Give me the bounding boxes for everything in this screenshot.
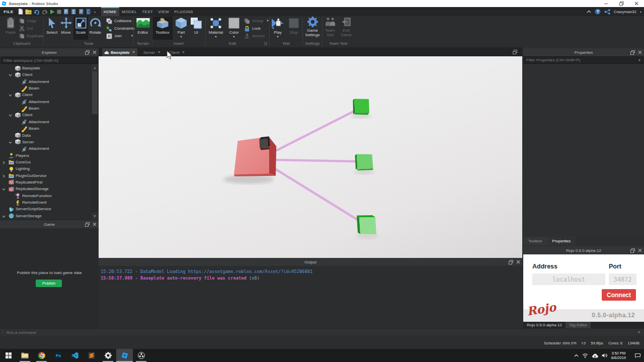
tree-item-coregui[interactable]: CoreGui xyxy=(0,159,91,166)
team-test-button[interactable]: Team Test xyxy=(323,17,338,37)
redo-icon[interactable] xyxy=(42,9,48,15)
onedrive-icon[interactable] xyxy=(592,353,598,358)
explorer-close-icon[interactable] xyxy=(93,50,97,54)
command-bar-grip[interactable]: ⁞ xyxy=(2,331,3,334)
close-button[interactable] xyxy=(629,0,644,7)
play-button[interactable]: Play ▼ xyxy=(270,17,285,38)
duplicate-button[interactable]: Duplicate xyxy=(19,33,43,39)
taskbar-vscode-icon[interactable] xyxy=(66,349,83,362)
tree-item-lighting[interactable]: Lighting xyxy=(0,166,91,172)
action-center-icon[interactable] xyxy=(634,353,641,358)
scroll-up-button[interactable]: ▲ xyxy=(92,64,98,71)
join-button[interactable]: Join ▼ xyxy=(106,33,134,39)
collapse-ribbon-chevron[interactable] xyxy=(587,10,591,13)
tab-toolbox[interactable]: Toolbox xyxy=(523,237,547,245)
play-quick-icon[interactable] xyxy=(50,9,55,15)
restore-view-icon[interactable] xyxy=(512,49,518,55)
explorer-scrollbar[interactable]: ▲ ▼ xyxy=(92,64,98,219)
tab-properties[interactable]: Properties xyxy=(547,237,576,245)
chevron-down-icon[interactable] xyxy=(9,94,12,97)
tree-item-replicatedfirst[interactable]: ReplicatedFirst xyxy=(0,179,91,186)
properties-filter-input[interactable]: Filter Properties (Ctrl+Shift+P) ▼ xyxy=(524,56,643,64)
taskbar-obs-icon[interactable] xyxy=(133,349,149,362)
ribbon-tab-test[interactable]: TEST xyxy=(139,7,155,16)
stop-button[interactable]: Stop xyxy=(286,17,301,35)
constraints-button[interactable]: Constraints xyxy=(106,25,134,32)
tree-item-remotefunction[interactable]: RemoteFunction xyxy=(0,193,91,200)
tree-item-attachment[interactable]: Attachment xyxy=(0,146,91,152)
rotate-tool-button[interactable]: Rotate xyxy=(88,17,103,35)
game-float-icon[interactable] xyxy=(85,222,90,227)
export-icon[interactable] xyxy=(86,9,92,15)
doc-tab-server[interactable]: Server ✕ xyxy=(141,48,163,56)
chevron-down-icon[interactable] xyxy=(2,188,6,191)
output-float-icon[interactable] xyxy=(509,260,513,264)
ribbon-tab-plugins[interactable]: PLUGINS xyxy=(172,7,196,16)
taskbar-clock[interactable]: 3:52 PM 8/6/2019 xyxy=(611,351,626,360)
output-log[interactable]: 15:20:53.722 - DataModel Loading https:/… xyxy=(101,268,312,282)
start-button[interactable] xyxy=(0,349,17,362)
part-button[interactable]: Part ▼ xyxy=(174,17,189,38)
minimize-button[interactable] xyxy=(599,0,614,7)
material-button[interactable]: Material ▼ xyxy=(206,17,225,38)
username-label[interactable]: Crazyman32 xyxy=(614,10,636,14)
doc-tab-server-close-icon[interactable]: ✕ xyxy=(157,50,160,54)
tree-item-server[interactable]: Server xyxy=(0,139,91,146)
tree-item-remoteevent[interactable]: RemoteEvent xyxy=(0,200,91,206)
rojo-close-icon[interactable] xyxy=(638,248,642,252)
copy-button[interactable]: Copy xyxy=(19,18,43,24)
chevron-down-icon[interactable] xyxy=(9,73,12,77)
green-part-1[interactable] xyxy=(353,99,370,115)
qat-overflow-caret[interactable]: ▾ xyxy=(94,10,96,14)
doc-tab-baseplate-close-icon[interactable]: ✕ xyxy=(132,50,135,54)
ribbon-tab-model[interactable]: MODEL xyxy=(119,7,139,16)
move-tool-button[interactable]: Move xyxy=(59,17,73,35)
taskbar-file-explorer-icon[interactable] xyxy=(17,349,33,362)
collisions-button[interactable]: Collisions xyxy=(106,18,134,24)
tree-item-client[interactable]: Client xyxy=(0,92,91,99)
tree-item-attachment[interactable]: Attachment xyxy=(0,79,91,85)
green-part-3[interactable] xyxy=(357,215,376,234)
tab-rojo[interactable]: Rojo 0.5.0-alpha.12 xyxy=(523,322,566,328)
doc-tab-client-close-icon[interactable]: ✕ xyxy=(182,50,185,54)
rojo-port-input[interactable]: 34872 xyxy=(609,274,636,285)
red-part[interactable] xyxy=(234,137,276,176)
doc-tab-baseplate[interactable]: Baseplate ✕ xyxy=(102,48,137,56)
tree-item-client[interactable]: Client xyxy=(0,72,91,78)
tray-expand-chevron[interactable] xyxy=(574,354,579,357)
game-close-icon[interactable] xyxy=(93,222,97,226)
script-doc-icon-1[interactable] xyxy=(63,9,69,15)
taskbar-chrome-icon[interactable] xyxy=(33,349,50,362)
open-file-icon[interactable] xyxy=(25,9,32,15)
command-bar-caret[interactable]: ▼ xyxy=(637,331,640,334)
script-user-icon[interactable] xyxy=(71,9,76,15)
new-file-icon[interactable] xyxy=(18,9,23,15)
chevron-down-icon[interactable] xyxy=(9,114,12,117)
taskbar-sublime-icon[interactable] xyxy=(83,349,100,362)
share-icon[interactable] xyxy=(604,9,610,15)
tree-item-beam[interactable]: Beam xyxy=(0,106,91,112)
taskbar-photoshop-icon[interactable]: Ps xyxy=(50,349,66,362)
tree-item-baseplate[interactable]: Baseplate xyxy=(0,65,91,72)
scale-tool-button[interactable]: Scale xyxy=(73,17,88,40)
ui-button[interactable]: UI xyxy=(189,17,203,35)
tree-item-attachment[interactable]: Attachment xyxy=(0,99,91,106)
scroll-down-button[interactable]: ▼ xyxy=(92,213,98,219)
taskbar-settings-icon[interactable] xyxy=(100,349,116,362)
properties-float-icon[interactable] xyxy=(630,50,635,55)
exit-game-button[interactable]: Exit Game xyxy=(339,17,354,37)
chevron-right-icon[interactable] xyxy=(2,161,6,164)
terrain-editor-button[interactable]: Editor xyxy=(135,17,151,35)
tree-item-beam[interactable]: Beam xyxy=(0,126,91,132)
ribbon-tab-view[interactable]: VIEW xyxy=(155,7,172,16)
tree-item-serverstorage[interactable]: ServerStorage xyxy=(0,213,91,219)
rojo-connect-button[interactable]: Connect xyxy=(602,289,636,301)
black-part[interactable] xyxy=(259,136,270,150)
tree-item-players[interactable]: Players xyxy=(0,153,91,159)
properties-filter-caret[interactable]: ▼ xyxy=(638,59,641,62)
user-menu-caret[interactable]: ▾ xyxy=(640,10,641,14)
output-close-icon[interactable] xyxy=(516,260,520,264)
undo-icon[interactable] xyxy=(34,9,40,15)
script-doc-icon-2[interactable] xyxy=(78,9,84,15)
chevron-right-icon[interactable] xyxy=(2,174,6,178)
